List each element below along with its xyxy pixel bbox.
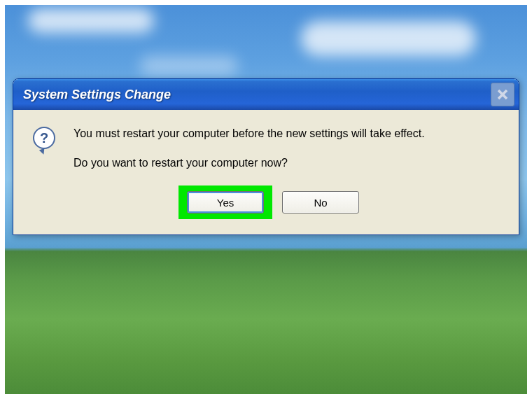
message-row: ? You must restart your computer before … xyxy=(33,125,505,172)
dialog-title: System Settings Change xyxy=(23,88,171,102)
close-icon xyxy=(497,89,508,100)
dialog-content: ? You must restart your computer before … xyxy=(13,110,519,234)
dialog-message: You must restart your computer before th… xyxy=(74,125,425,172)
button-row: Yes No xyxy=(33,186,505,219)
yes-button[interactable]: Yes xyxy=(187,191,264,214)
titlebar[interactable]: System Settings Change xyxy=(13,79,519,110)
message-line-2: Do you want to restart your computer now… xyxy=(74,155,425,172)
annotation-highlight: Yes xyxy=(178,186,272,219)
cloud-decoration xyxy=(140,56,238,76)
cloud-decoration xyxy=(301,21,476,56)
message-line-1: You must restart your computer before th… xyxy=(74,127,425,139)
close-button[interactable] xyxy=(491,83,514,106)
cloud-decoration xyxy=(28,8,154,33)
no-button[interactable]: No xyxy=(282,191,359,214)
question-icon: ? xyxy=(33,127,58,152)
system-settings-dialog: System Settings Change ? You must restar… xyxy=(13,78,519,235)
